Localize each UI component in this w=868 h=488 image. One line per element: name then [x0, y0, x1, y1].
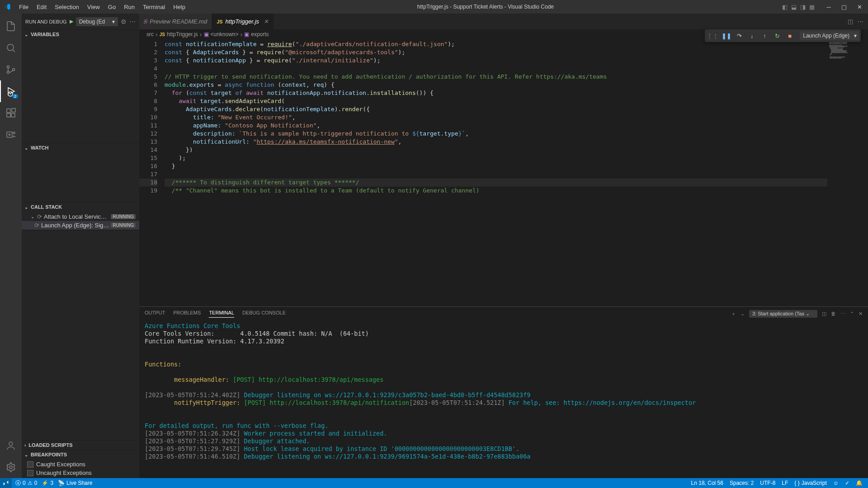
panel-tab-output[interactable]: OUTPUT [145, 310, 165, 317]
title-bar: File Edit Selection View Go Run Terminal… [0, 0, 868, 14]
svg-point-0 [7, 44, 14, 51]
line-gutter: 12345678910111213141516171819 [139, 39, 165, 306]
activity-run-debug[interactable]: 2 [0, 80, 22, 102]
callstack-item-0[interactable]: ⌄⟳Attach to Local Service: Re...RUNNING [22, 212, 139, 221]
status-problems[interactable]: ⓧ0⚠0 [15, 479, 37, 487]
split-editor-icon[interactable]: ◫ [848, 18, 853, 25]
status-bell-icon[interactable]: 🔔 [856, 480, 863, 486]
terminal-output[interactable]: Azure Functions Core Tools Core Tools Ve… [139, 320, 868, 478]
activity-accounts[interactable] [0, 435, 22, 456]
tab-httptrigger[interactable]: JShttpTrigger.js✕ [212, 14, 274, 29]
debug-sidebar: RUN AND DEBUG ▶ Debug (Ed▾ ⚙ ⋯ ⌄VARIABLE… [22, 14, 139, 478]
editor-area: ⎘Preview README.md JShttpTrigger.js✕ ◫ ⋯… [139, 14, 868, 478]
checkbox-icon[interactable] [27, 470, 33, 476]
minimize-button[interactable]: ─ [822, 0, 835, 14]
activity-source-control[interactable] [0, 59, 22, 80]
svg-rect-6 [7, 113, 10, 117]
callstack-header[interactable]: ⌄CALL STACK [22, 202, 139, 211]
debug-config-select[interactable]: Debug (Ed▾ [76, 17, 118, 26]
drag-handle-icon[interactable]: ⋮⋮ [707, 33, 718, 39]
status-feedback-icon[interactable]: ☺ [833, 480, 839, 486]
menu-file[interactable]: File [15, 0, 32, 14]
status-lang[interactable]: { }JavaScript [794, 480, 826, 486]
status-encoding[interactable]: UTF-8 [760, 480, 775, 486]
checkbox-icon[interactable] [27, 461, 33, 468]
close-panel-icon[interactable]: ✕ [859, 311, 863, 317]
more-icon[interactable]: ⋯ [129, 18, 136, 25]
menu-selection[interactable]: Selection [51, 0, 82, 14]
more-actions-icon[interactable]: ⋯ [858, 18, 863, 25]
stop-button[interactable]: ■ [784, 30, 795, 41]
code-editor[interactable]: const notificationTemplate = require("./… [165, 39, 827, 306]
activity-search[interactable] [0, 37, 22, 59]
symbol-icon: ▣ [244, 31, 249, 38]
activity-teams[interactable] [0, 124, 22, 145]
menu-go[interactable]: Go [104, 0, 119, 14]
tabs-bar: ⎘Preview README.md JShttpTrigger.js✕ ◫ ⋯ [139, 14, 868, 29]
preview-icon: ⎘ [144, 19, 147, 25]
layout-left-icon[interactable]: ◧ [782, 4, 788, 10]
svg-rect-7 [11, 113, 15, 117]
maximize-button[interactable]: ▢ [837, 0, 851, 14]
step-into-button[interactable]: ↓ [746, 30, 757, 41]
menu-run[interactable]: Run [120, 0, 138, 14]
gear-icon[interactable]: ⚙ [121, 18, 127, 25]
symbol-icon: ▣ [204, 31, 209, 38]
split-terminal-icon[interactable]: ◫ [822, 311, 826, 317]
running-badge: RUNNING [111, 214, 136, 219]
status-spaces[interactable]: Spaces: 2 [730, 480, 754, 486]
breakpoint-uncaught[interactable]: Uncaught Exceptions [22, 469, 139, 477]
panel-tabs: OUTPUT PROBLEMS TERMINAL DEBUG CONSOLE ＋… [139, 307, 868, 320]
panel-tab-problems[interactable]: PROBLEMS [173, 310, 201, 317]
menu-view[interactable]: View [84, 0, 104, 14]
restart-button[interactable]: ↻ [772, 30, 783, 41]
run-debug-title: RUN AND DEBUG [25, 19, 67, 24]
svg-point-3 [13, 69, 15, 71]
minimap[interactable]: ████ ████████████ █ ███████ ████ █ █████… [827, 39, 868, 306]
pause-button[interactable]: ❚❚ [721, 30, 732, 41]
panel-tab-debugconsole[interactable]: DEBUG CONSOLE [242, 310, 286, 317]
breakpoint-caught[interactable]: Caught Exceptions [22, 460, 139, 469]
menu-help[interactable]: Help [170, 0, 189, 14]
kill-terminal-icon[interactable]: 🗑 [831, 311, 836, 316]
close-button[interactable]: ✕ [853, 0, 866, 14]
new-terminal-icon[interactable]: ＋ [731, 310, 736, 317]
remote-button[interactable] [0, 478, 12, 488]
debug-badge: 2 [12, 94, 18, 99]
activity-explorer[interactable] [0, 15, 22, 37]
step-over-button[interactable]: ↷ [734, 30, 745, 41]
svg-point-2 [7, 71, 9, 74]
status-liveshare[interactable]: 📡Live Share [58, 480, 92, 486]
status-ports[interactable]: ⚡3 [42, 480, 53, 486]
svg-point-12 [9, 466, 12, 469]
activity-settings[interactable] [0, 456, 22, 478]
layout-bottom-icon[interactable]: ⬓ [791, 4, 797, 10]
tab-preview-readme[interactable]: ⎘Preview README.md [139, 14, 212, 29]
maximize-panel-icon[interactable]: ⌃ [850, 311, 854, 317]
callstack-item-1[interactable]: ⟳Launch App (Edge): Sign in ...RUNNING [22, 221, 139, 230]
layout-right-icon[interactable]: ◨ [800, 4, 806, 10]
close-icon[interactable]: ✕ [264, 18, 269, 25]
layout-grid-icon[interactable]: ▦ [809, 4, 815, 10]
step-out-button[interactable]: ↑ [759, 30, 770, 41]
status-cursor[interactable]: Ln 18, Col 56 [691, 480, 723, 486]
window-title: httpTrigger.js - Support Ticket Alerts -… [189, 4, 782, 10]
debug-target-select[interactable]: Launch App (Edge) ▾ [800, 31, 859, 40]
watch-header[interactable]: ⌄WATCH [22, 143, 139, 152]
terminal-task-select[interactable]: 3: Start application (Tas ⌄ [749, 310, 817, 318]
terminal-dropdown-icon[interactable]: ⌄ [741, 311, 745, 317]
loaded-scripts-header[interactable]: ›LOADED SCRIPTS [22, 441, 139, 450]
activity-extensions[interactable] [0, 102, 22, 124]
js-icon: JS [160, 32, 165, 37]
menu-edit[interactable]: Edit [33, 0, 50, 14]
panel-tab-terminal[interactable]: TERMINAL [209, 310, 234, 318]
status-eol[interactable]: LF [782, 480, 788, 486]
panel-more-icon[interactable]: ⋯ [840, 311, 845, 317]
svg-point-11 [9, 442, 13, 446]
variables-header[interactable]: ⌄VARIABLES [22, 30, 139, 39]
status-bar: ⓧ0⚠0 ⚡3 📡Live Share Ln 18, Col 56 Spaces… [0, 478, 868, 488]
menu-terminal[interactable]: Terminal [139, 0, 169, 14]
breakpoints-header[interactable]: ⌄BREAKPOINTS [22, 450, 139, 459]
status-prettier-icon[interactable]: ✓ [845, 480, 849, 486]
start-debug-button[interactable]: ▶ [70, 19, 73, 24]
